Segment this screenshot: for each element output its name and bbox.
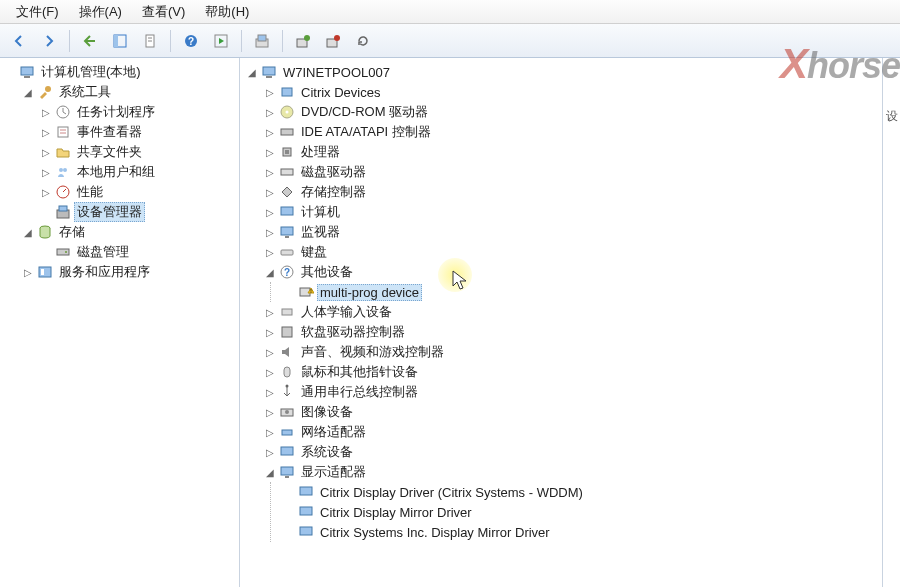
device-display-2[interactable]: ▷Citrix Display Mirror Driver — [283, 502, 900, 522]
tree-root-computer-mgmt[interactable]: 计算机管理(本地) — [4, 62, 239, 82]
cat-computer[interactable]: ▷计算机 — [264, 202, 900, 222]
computer-icon — [279, 204, 295, 220]
expander-icon[interactable]: ◢ — [22, 226, 34, 238]
svg-rect-38 — [281, 207, 293, 215]
tree-disk-mgmt[interactable]: ▷磁盘管理 — [40, 242, 239, 262]
tree-label: 存储控制器 — [298, 183, 369, 201]
actions-pane-tab[interactable]: 设 — [882, 58, 900, 587]
uninstall-button[interactable] — [320, 28, 346, 54]
tree-device-manager[interactable]: ▷设备管理器 — [40, 202, 239, 222]
left-tree-pane[interactable]: 计算机管理(本地) ◢ 系统工具 ▷任务计划程序 ▷事件查看器 ▷共享文件夹 — [0, 58, 240, 587]
update-driver-button[interactable] — [290, 28, 316, 54]
expander-icon[interactable]: ▷ — [264, 246, 276, 258]
expander-icon[interactable]: ◢ — [264, 266, 276, 278]
expander-icon[interactable]: ▷ — [264, 346, 276, 358]
tree-services-apps[interactable]: ▷ 服务和应用程序 — [22, 262, 239, 282]
imaging-icon — [279, 404, 295, 420]
help-button[interactable]: ? — [178, 28, 204, 54]
storage-ctrl-icon — [279, 184, 295, 200]
separator — [170, 30, 171, 52]
cat-citrix-devices[interactable]: ▷Citrix Devices — [264, 82, 900, 102]
separator — [69, 30, 70, 52]
menu-help[interactable]: 帮助(H) — [195, 1, 259, 23]
expander-icon[interactable]: ▷ — [40, 106, 52, 118]
cat-storage-ctrl[interactable]: ▷存储控制器 — [264, 182, 900, 202]
cat-system-devices[interactable]: ▷系统设备 — [264, 442, 900, 462]
display-icon — [279, 464, 295, 480]
expander-icon[interactable]: ▷ — [264, 306, 276, 318]
svg-rect-14 — [21, 67, 33, 75]
expander-icon[interactable]: ▷ — [264, 426, 276, 438]
cat-disk-drives[interactable]: ▷磁盘驱动器 — [264, 162, 900, 182]
cat-dvd[interactable]: ▷DVD/CD-ROM 驱动器 — [264, 102, 900, 122]
expander-icon[interactable]: ◢ — [264, 466, 276, 478]
expander-icon[interactable]: ▷ — [40, 166, 52, 178]
back-button[interactable] — [6, 28, 32, 54]
expander-icon[interactable]: ▷ — [40, 186, 52, 198]
cat-imaging[interactable]: ▷图像设备 — [264, 402, 900, 422]
monitor-icon — [279, 224, 295, 240]
cat-display[interactable]: ◢显示适配器 — [264, 462, 900, 482]
expander-icon[interactable]: ▷ — [264, 326, 276, 338]
cat-floppy[interactable]: ▷软盘驱动器控制器 — [264, 322, 900, 342]
show-hide-tree-button[interactable] — [107, 28, 133, 54]
computer-icon — [261, 64, 277, 80]
expander-icon[interactable]: ▷ — [22, 266, 34, 278]
menu-action[interactable]: 操作(A) — [69, 1, 132, 23]
device-tree-pane[interactable]: ◢ W7INETPOOL007 ▷Citrix Devices ▷DVD/CD-… — [240, 58, 900, 587]
forward-button[interactable] — [36, 28, 62, 54]
cat-usb[interactable]: ▷通用串行总线控制器 — [264, 382, 900, 402]
expander-icon[interactable]: ▷ — [40, 126, 52, 138]
device-display-1[interactable]: ▷Citrix Display Driver (Citrix Systems -… — [283, 482, 900, 502]
run-button[interactable] — [208, 28, 234, 54]
expander-icon[interactable]: ▷ — [264, 186, 276, 198]
tree-system-tools[interactable]: ◢ 系统工具 — [22, 82, 239, 102]
cat-sound[interactable]: ▷声音、视频和游戏控制器 — [264, 342, 900, 362]
cat-mouse[interactable]: ▷鼠标和其他指针设备 — [264, 362, 900, 382]
tree-event-viewer[interactable]: ▷事件查看器 — [40, 122, 239, 142]
cat-ide[interactable]: ▷IDE ATA/ATAPI 控制器 — [264, 122, 900, 142]
dvd-icon — [279, 104, 295, 120]
expander-icon[interactable]: ▷ — [264, 126, 276, 138]
device-root[interactable]: ◢ W7INETPOOL007 — [246, 62, 900, 82]
expander-icon[interactable]: ▷ — [264, 366, 276, 378]
tree-label: 其他设备 — [298, 263, 356, 281]
tree-label: 处理器 — [298, 143, 343, 161]
cat-other-devices[interactable]: ◢?其他设备 — [264, 262, 900, 282]
expander-icon[interactable]: ▷ — [40, 146, 52, 158]
shared-folder-icon — [55, 144, 71, 160]
up-button[interactable] — [77, 28, 103, 54]
menu-file[interactable]: 文件(F) — [6, 1, 69, 23]
expander-icon[interactable]: ◢ — [246, 66, 258, 78]
tree-shared-folders[interactable]: ▷共享文件夹 — [40, 142, 239, 162]
svg-rect-56 — [300, 487, 312, 495]
expander-icon[interactable]: ▷ — [264, 446, 276, 458]
expander-icon[interactable]: ▷ — [264, 86, 276, 98]
expander-icon[interactable]: ▷ — [264, 106, 276, 118]
tree-performance[interactable]: ▷性能 — [40, 182, 239, 202]
cat-network[interactable]: ▷网络适配器 — [264, 422, 900, 442]
expander-icon[interactable]: ◢ — [22, 86, 34, 98]
expander-icon[interactable]: ▷ — [264, 146, 276, 158]
scan-button[interactable] — [249, 28, 275, 54]
tree-task-scheduler[interactable]: ▷任务计划程序 — [40, 102, 239, 122]
tree-label: 服务和应用程序 — [56, 263, 153, 281]
tree-storage[interactable]: ◢ 存储 — [22, 222, 239, 242]
cat-monitors[interactable]: ▷监视器 — [264, 222, 900, 242]
expander-icon[interactable]: ▷ — [264, 206, 276, 218]
properties-button[interactable] — [137, 28, 163, 54]
menu-view[interactable]: 查看(V) — [132, 1, 195, 23]
expander-icon[interactable]: ▷ — [264, 166, 276, 178]
device-display-3[interactable]: ▷Citrix Systems Inc. Display Mirror Driv… — [283, 522, 900, 542]
device-multi-prog[interactable]: ▷!multi-prog device — [283, 282, 900, 302]
expander-icon[interactable] — [4, 66, 16, 78]
refresh-button[interactable] — [350, 28, 376, 54]
expander-icon[interactable]: ▷ — [264, 226, 276, 238]
cat-keyboards[interactable]: ▷键盘 — [264, 242, 900, 262]
expander-icon[interactable]: ▷ — [264, 406, 276, 418]
svg-rect-36 — [285, 150, 289, 154]
cat-hid[interactable]: ▷人体学输入设备 — [264, 302, 900, 322]
cat-cpu[interactable]: ▷处理器 — [264, 142, 900, 162]
expander-icon[interactable]: ▷ — [264, 386, 276, 398]
tree-local-users[interactable]: ▷本地用户和组 — [40, 162, 239, 182]
